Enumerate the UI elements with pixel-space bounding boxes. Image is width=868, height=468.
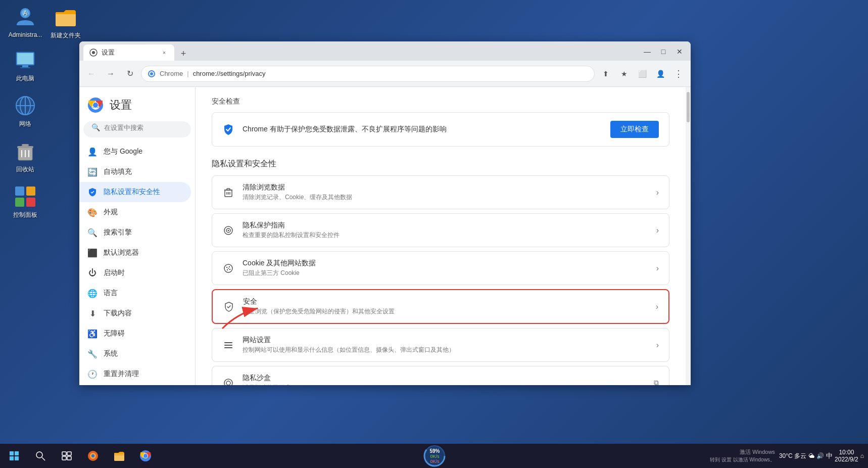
privacy-item-site-settings[interactable]: 网站设置 控制网站可以使用和显示什么信息（如位置信息、摄像头、弹出式窗口及其他）… (212, 328, 669, 362)
sidebar-item-browser[interactable]: ⬛ 默认浏览器 (79, 243, 191, 263)
taskbar-left (0, 444, 160, 468)
svg-point-58 (36, 452, 42, 458)
maximize-btn[interactable]: □ (656, 44, 670, 59)
svg-rect-35 (227, 189, 230, 190)
taskbar-chrome-btn[interactable] (133, 444, 158, 468)
svg-point-71 (143, 454, 148, 458)
desktop-icon-admin[interactable]: A Administra... (5, 5, 45, 38)
search-icon: 🔍 (91, 123, 100, 131)
address-input[interactable]: Chrome | chrome://settings/privacy (141, 66, 595, 82)
network-stats: 59% 0K/s 0K/s (429, 448, 440, 464)
downloads-icon: ⬇ (87, 308, 98, 318)
svg-rect-20 (15, 186, 24, 196)
svg-point-46 (229, 268, 230, 269)
recycle-label: 回收站 (16, 165, 34, 174)
search-input[interactable] (104, 124, 183, 131)
desktop-icon-recycle[interactable]: 回收站 (5, 139, 45, 174)
svg-point-47 (228, 268, 229, 269)
address-url: chrome://settings/privacy (193, 70, 266, 77)
sidebar-item-startup[interactable]: ⏻ 启动时 (79, 263, 191, 283)
sidebar-item-google-label: 您与 Google (104, 147, 142, 156)
sidebar-item-downloads[interactable]: ⬇ 下载内容 (79, 303, 191, 323)
trash-icon (222, 186, 234, 199)
desktop-icon-folder[interactable]: 新建文件夹 (45, 5, 86, 40)
taskbar-firefox-btn[interactable] (81, 444, 105, 468)
main-content: 安全检查 Chrome 有助于保护您免受数据泄露、不良扩展程序等问题的影响 立即… (196, 87, 686, 385)
check-now-btn[interactable]: 立即检查 (610, 121, 659, 138)
desktop-icon-computer[interactable]: 此电脑 (5, 48, 45, 83)
startup-icon: ⏻ (87, 268, 98, 278)
svg-rect-23 (26, 198, 35, 207)
forward-btn[interactable]: → (103, 66, 119, 82)
menu-btn[interactable]: ⋮ (670, 66, 687, 82)
site-settings-arrow: › (656, 341, 659, 350)
task-view-btn[interactable] (55, 444, 79, 468)
sidebar-item-google[interactable]: 👤 您与 Google (79, 142, 191, 162)
sidebar-item-privacy-label: 隐私设置和安全性 (104, 188, 160, 197)
folder-icon (54, 5, 78, 29)
sidebar-item-extensions[interactable]: 🧩 扩展程序 ⧉ (79, 384, 191, 385)
new-tab-btn[interactable]: + (176, 46, 190, 61)
control-panel-icon (13, 184, 37, 209)
svg-point-44 (229, 266, 230, 267)
svg-point-52 (226, 381, 230, 385)
sidebar-item-language[interactable]: 🌐 语言 (79, 283, 191, 303)
sidebar-item-autofill[interactable]: 🔄 自动填充 (79, 162, 191, 182)
sidebar-item-search[interactable]: 🔍 搜索引擎 (79, 222, 191, 243)
browser-icon: ⬛ (87, 248, 98, 258)
upload-speed: 0K/s (430, 454, 439, 459)
sidebar-item-reset-label: 重置并清理 (104, 369, 139, 379)
explorer-icon (113, 450, 125, 462)
svg-rect-56 (10, 456, 14, 460)
sidebar-item-reset[interactable]: 🕐 重置并清理 (79, 364, 191, 384)
sandbox-ext-icon: ⧉ (654, 379, 659, 385)
security-text: 安全 安全浏览（保护您免受危险网站的侵害）和其他安全设置 (243, 297, 648, 316)
close-btn[interactable]: ✕ (672, 44, 687, 59)
safety-shield-icon (222, 123, 234, 135)
svg-rect-15 (17, 146, 33, 148)
start-button[interactable] (2, 444, 26, 468)
privacy-item-clear-browsing[interactable]: 清除浏览数据 清除浏览记录、Cookie、缓存及其他数据 › (212, 175, 669, 209)
privacy-item-sandbox[interactable]: 隐私沙盒 试用版功能已开启 ⧉ (212, 366, 669, 385)
recycle-icon (13, 139, 37, 163)
sandbox-title: 隐私沙盒 (243, 373, 646, 383)
taskbar-search-icon (35, 451, 45, 461)
appearance-icon: 🎨 (87, 207, 98, 217)
taskbar-explorer-btn[interactable] (107, 444, 131, 468)
sidebar-item-appearance-label: 外观 (104, 208, 118, 217)
activate-sub: 转到 设置 以激活 Windows。 (710, 456, 775, 463)
sidebar-item-accessibility[interactable]: ♿ 无障碍 (79, 323, 191, 344)
desktop-icon-network[interactable]: 网络 (5, 93, 45, 128)
back-btn[interactable]: ← (83, 66, 100, 82)
svg-rect-68 (114, 453, 124, 461)
svg-rect-54 (10, 451, 14, 455)
share-btn[interactable]: ⬆ (598, 66, 614, 82)
sidebar-item-appearance[interactable]: 🎨 外观 (79, 202, 191, 222)
sidebar-item-privacy[interactable]: 隐私设置和安全性 (79, 182, 191, 202)
privacy-item-security[interactable]: 安全 安全浏览（保护您免受危险网站的侵害）和其他安全设置 › (212, 289, 669, 324)
taskbar-search-btn[interactable] (28, 444, 53, 468)
sidebar-item-system-label: 系统 (104, 349, 118, 358)
settings-search[interactable]: 🔍 (83, 121, 191, 137)
cookie-icon (222, 262, 234, 274)
profile-btn[interactable]: 👤 (652, 66, 668, 82)
windows-activate: 激活 Windows 转到 设置 以激活 Windows。 (710, 448, 775, 463)
scroll-track[interactable] (686, 87, 691, 385)
chrome-logo (87, 97, 104, 113)
scroll-thumb[interactable] (687, 92, 690, 122)
svg-rect-8 (20, 67, 30, 68)
refresh-btn[interactable]: ↻ (122, 66, 138, 82)
weather-text: 30°C 多云 (779, 452, 806, 460)
svg-point-45 (227, 269, 228, 270)
desktop-icon-control-panel[interactable]: 控制面板 (5, 184, 45, 219)
tab-close-btn[interactable]: × (160, 49, 168, 57)
privacy-item-cookies[interactable]: Cookie 及其他网站数据 已阻止第三方 Cookie › (212, 251, 669, 285)
guide-icon (222, 224, 234, 237)
split-screen-btn[interactable]: ⬜ (634, 66, 650, 82)
active-tab[interactable]: 设置 × (83, 44, 174, 61)
bookmark-btn[interactable]: ★ (616, 66, 632, 82)
svg-point-25 (92, 51, 95, 54)
sidebar-item-system[interactable]: 🔧 系统 (79, 344, 191, 364)
minimize-btn[interactable]: — (640, 44, 654, 59)
privacy-item-guide[interactable]: 隐私保护指南 检查重要的隐私控制设置和安全控件 › (212, 213, 669, 247)
